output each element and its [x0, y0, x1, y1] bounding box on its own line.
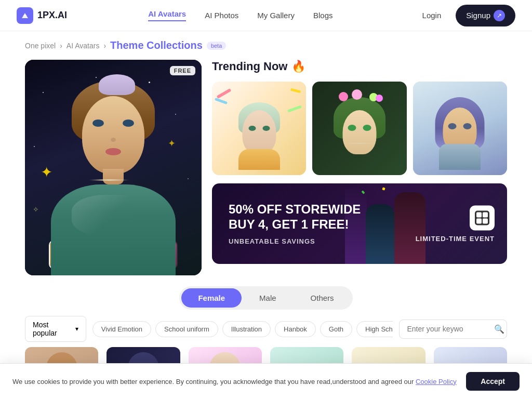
- search-input[interactable]: [407, 325, 490, 333]
- breadcrumb-root[interactable]: One pixel: [25, 42, 56, 50]
- filter-chip-2[interactable]: Illustration: [222, 321, 271, 337]
- free-badge: FREE: [170, 66, 195, 75]
- cookie-message: We use cookies to provide you with bette…: [12, 378, 416, 385]
- right-panel: Trending Now 🔥: [212, 60, 507, 278]
- login-button[interactable]: Login: [414, 7, 450, 24]
- sparkle-icon: ✦: [41, 164, 52, 181]
- hero-necklace: [88, 179, 130, 181]
- filter-chip-0[interactable]: Vivid Emotion: [92, 321, 151, 337]
- trending-image-3[interactable]: [413, 82, 507, 175]
- breadcrumb-sep2: ›: [103, 42, 106, 50]
- search-bar: 🔍: [399, 320, 507, 339]
- filter-chip-3[interactable]: Hanbok: [275, 321, 316, 337]
- breadcrumb-parent[interactable]: AI Avatars: [66, 42, 100, 50]
- chevron-down-icon: ▾: [75, 325, 78, 332]
- cookie-banner: We use cookies to provide you with bette…: [0, 363, 532, 399]
- trending-image-1[interactable]: [212, 82, 306, 175]
- nav-links: AI Avatars AI Photos My Gallery Blogs: [148, 9, 332, 21]
- tab-others[interactable]: Others: [294, 288, 351, 308]
- beta-badge: beta: [207, 42, 226, 50]
- promo-text: 50% OFF STOREWIDE BUY 4, GET 1 FREE! UNB…: [229, 202, 361, 245]
- fire-icon: 🔥: [291, 60, 305, 73]
- promo-logo: [470, 205, 495, 230]
- trending-images: [212, 82, 507, 175]
- breadcrumb-current: Theme Collections: [110, 39, 203, 51]
- signup-arrow-icon: ↗: [494, 10, 505, 21]
- nav-actions: Login Signup ↗: [414, 5, 515, 26]
- breadcrumb-sep: ›: [60, 42, 62, 50]
- filter-chip-4[interactable]: Goth: [320, 321, 352, 337]
- navigation: 1PX.AI AI Avatars AI Photos My Gallery B…: [0, 0, 532, 31]
- accept-button[interactable]: Accept: [466, 372, 520, 391]
- search-icon[interactable]: 🔍: [494, 324, 504, 334]
- nav-my-gallery[interactable]: My Gallery: [257, 11, 295, 20]
- filter-chips: Vivid Emotion School uniform Illustratio…: [92, 321, 393, 337]
- tabs-section: Female Male Others: [0, 278, 532, 316]
- sort-label: Most popular: [33, 321, 72, 337]
- promo-limited-event: LIMITED-TIME EVENT: [416, 234, 495, 242]
- tab-group: Female Male Others: [179, 286, 352, 310]
- nav-blogs[interactable]: Blogs: [313, 11, 333, 20]
- cookie-text: We use cookies to provide you with bette…: [12, 378, 458, 385]
- promo-line1: 50% OFF STOREWIDE: [229, 202, 361, 217]
- promo-right-panel: LIMITED-TIME EVENT: [416, 205, 495, 242]
- hero-figure: ✦ ✦ ✧: [25, 60, 202, 275]
- hero-dress: [51, 184, 176, 275]
- trending-header: Trending Now 🔥: [212, 60, 507, 73]
- trending-title: Trending Now: [212, 60, 287, 73]
- signup-button[interactable]: Signup ↗: [456, 5, 515, 26]
- hero-image-container[interactable]: ✦ ✦ ✧ FREE: [25, 60, 202, 275]
- filter-chip-5[interactable]: High School: [356, 321, 393, 337]
- tab-female[interactable]: Female: [181, 288, 242, 308]
- promo-banner[interactable]: 50% OFF STOREWIDE BUY 4, GET 1 FREE! UNB…: [212, 183, 507, 264]
- hero-face: [82, 96, 144, 174]
- tab-male[interactable]: Male: [243, 288, 293, 308]
- filter-chip-1[interactable]: School uniform: [155, 321, 218, 337]
- sort-dropdown[interactable]: Most popular ▾: [25, 316, 86, 342]
- logo-icon: [17, 7, 33, 24]
- brand-name: 1PX.AI: [37, 10, 67, 21]
- main-content: ✦ ✦ ✧ FREE: [0, 60, 532, 278]
- filter-row: Most popular ▾ Vivid Emotion School unif…: [0, 316, 532, 347]
- cookie-policy-link[interactable]: Cookie Policy: [416, 378, 457, 385]
- svg-rect-0: [23, 15, 26, 16]
- nav-ai-avatars[interactable]: AI Avatars: [148, 9, 186, 21]
- hero-neck: [103, 169, 124, 184]
- promo-line2: BUY 4, GET 1 FREE!: [229, 217, 361, 232]
- sparkle-icon-2: ✦: [168, 138, 176, 149]
- breadcrumb: One pixel › AI Avatars › Theme Collectio…: [0, 31, 532, 60]
- promo-subtitle: UNBEATABLE SAVINGS: [229, 237, 361, 245]
- logo[interactable]: 1PX.AI: [17, 7, 67, 24]
- hair-accessory: [99, 74, 135, 95]
- trending-image-2[interactable]: [312, 82, 406, 175]
- sparkle-icon-3: ✧: [33, 205, 39, 214]
- nav-ai-photos[interactable]: AI Photos: [205, 11, 238, 20]
